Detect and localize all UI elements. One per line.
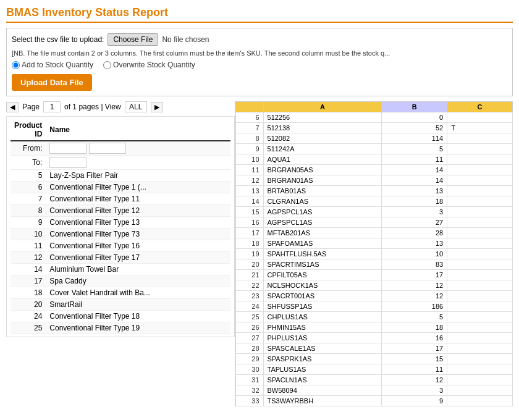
spreadsheet-cell-b: 18 (382, 196, 447, 207)
spreadsheet-row-num: 21 (236, 270, 264, 280)
spreadsheet-cell-b: 27 (382, 217, 447, 228)
spreadsheet-cell-c (447, 333, 513, 343)
spreadsheet-row-num: 27 (236, 333, 264, 343)
upload-section: Select the csv file to upload: Choose Fi… (6, 28, 513, 96)
spreadsheet-row-num: 32 (236, 385, 264, 396)
spreadsheet-row: 26 PHMIN15AS 18 (236, 322, 513, 333)
product-id-cell: 25 (11, 322, 46, 334)
product-table-row: 14 Aluminium Towel Bar (11, 264, 230, 275)
from-id-input[interactable] (49, 143, 86, 154)
upload-data-file-button[interactable]: Upload Data File (12, 74, 92, 91)
from-label: From: (23, 144, 42, 153)
product-table-row: 17 Spa Caddy (11, 275, 230, 287)
spreadsheet-row: 33 TS3WAYRBBH 9 (236, 396, 513, 406)
product-id-cell: 12 (11, 252, 46, 264)
product-name-cell: Spa Caddy (46, 275, 230, 287)
spreadsheet-row-num: 10 (236, 154, 264, 165)
spreadsheet-row: 8 512082 114 (236, 133, 513, 144)
spreadsheet-cell-b: 18 (382, 322, 447, 333)
page-number-input[interactable] (43, 101, 61, 112)
spreadsheet-cell-c (447, 270, 513, 280)
spreadsheet-table: A B C 6 512256 0 7 512138 52 T 8 512082 … (235, 101, 513, 406)
spreadsheet-cell-c (447, 291, 513, 301)
radio-add-stock-input[interactable] (12, 61, 20, 69)
to-id-input[interactable] (49, 157, 86, 168)
spreadsheet-cell-b: 5 (382, 144, 447, 154)
spreadsheet-cell-a: SHFUSSP1AS (263, 301, 382, 312)
product-id-cell: 20 (11, 299, 46, 311)
spreadsheet-cell-b: 3 (382, 207, 447, 217)
spreadsheet-row-num: 22 (236, 280, 264, 291)
spreadsheet-cell-b: 13 (382, 186, 447, 196)
spreadsheet-cell-b: 17 (382, 343, 447, 354)
product-name-cell: Conventional Filter Type 19 (46, 322, 230, 334)
spreadsheet-cell-c (447, 144, 513, 154)
spreadsheet-row-num: 8 (236, 133, 264, 144)
product-table-row: 18 Cover Valet Handrail with Ba... (11, 287, 230, 299)
note-text: [NB. The file must contain 2 or 3 column… (12, 49, 507, 57)
spreadsheet-row-num: 20 (236, 259, 264, 270)
spreadsheet-cell-a: SPASCALE1AS (263, 343, 382, 354)
product-table-row: 5 Lay-Z-Spa Filter Pair (11, 170, 230, 182)
pagination-prev-button[interactable]: ◀ (6, 102, 19, 112)
spreadsheet-row-num: 14 (236, 196, 264, 207)
spreadsheet-cell-b: 10 (382, 249, 447, 259)
spreadsheet-cell-a: SPACRT001AS (263, 291, 382, 301)
product-id-cell: 24 (11, 311, 46, 322)
spreadsheet-cell-c (447, 249, 513, 259)
product-name-cell: Conventional Filter Type 11 (46, 193, 230, 205)
from-name-input[interactable] (89, 143, 126, 154)
spreadsheet-cell-a: AGPSPCL1AS (263, 207, 382, 217)
product-table-row: 11 Conventional Filter Type 16 (11, 240, 230, 252)
spreadsheet-row-num: 9 (236, 144, 264, 154)
product-table: Product ID Name From: (11, 119, 230, 334)
spreadsheet-col-header-c: C (447, 102, 513, 112)
spreadsheet-cell-c (447, 186, 513, 196)
pagination-next-button[interactable]: ▶ (151, 102, 163, 112)
spreadsheet-cell-a: 511242A (263, 144, 382, 154)
product-table-row: 6 Conventional Filter Type 1 (... (11, 182, 230, 193)
product-name-cell: Aluminium Towel Bar (46, 264, 230, 275)
spreadsheet-row: 6 512256 0 (236, 112, 513, 123)
spreadsheet-row: 19 SPAHTFLUSH.5AS 10 (236, 249, 513, 259)
spreadsheet-cell-a: TAPLUS1AS (263, 364, 382, 375)
spreadsheet-row: 15 AGPSPCL1AS 3 (236, 207, 513, 217)
spreadsheet-row: 24 SHFUSSP1AS 186 (236, 301, 513, 312)
spreadsheet-cell-a: CHPLUS1AS (263, 312, 382, 322)
spreadsheet-cell-c (447, 238, 513, 249)
spreadsheet-cell-b: 0 (382, 112, 447, 123)
spreadsheet-cell-b: 114 (382, 133, 447, 144)
product-id-cell: 10 (11, 229, 46, 240)
product-table-row: 25 Conventional Filter Type 19 (11, 322, 230, 334)
choose-file-button[interactable]: Choose File (108, 33, 158, 46)
spreadsheet-cell-a: AGPSPCL1AS (263, 217, 382, 228)
spreadsheet-cell-a: SPACLN1AS (263, 375, 382, 385)
spreadsheet-row: 20 SPACRTIMS1AS 83 (236, 259, 513, 270)
main-content-area: ◀ Page of 1 pages | View ▶ Product ID Na… (6, 101, 513, 406)
spreadsheet-row-num: 17 (236, 228, 264, 238)
product-name-cell: Conventional Filter Type 17 (46, 252, 230, 264)
spreadsheet-cell-b: 5 (382, 312, 447, 322)
spreadsheet-cell-b: 52 (382, 123, 447, 133)
spreadsheet-cell-c (447, 322, 513, 333)
spreadsheet-cell-a: BRTAB01AS (263, 186, 382, 196)
product-name-cell: Conventional Filter Type 73 (46, 229, 230, 240)
spreadsheet-cell-a: SPASPRK1AS (263, 354, 382, 364)
spreadsheet-cell-b: 14 (382, 165, 447, 175)
spreadsheet-cell-c (447, 385, 513, 396)
view-all-input[interactable] (125, 101, 147, 112)
spreadsheet-cell-a: SPAFOAM1AS (263, 238, 382, 249)
radio-overwrite-stock[interactable]: Overwrite Stock Quantity (103, 61, 195, 69)
filter-section: Product ID Name From: (6, 116, 235, 337)
spreadsheet-cell-c (447, 312, 513, 322)
spreadsheet-row: 17 MFTAB201AS 28 (236, 228, 513, 238)
spreadsheet-cell-b: 14 (382, 175, 447, 186)
page-title: BMAS Inventory Status Report (6, 6, 513, 23)
spreadsheet-row: 18 SPAFOAM1AS 13 (236, 238, 513, 249)
radio-add-stock[interactable]: Add to Stock Quantity (12, 61, 93, 69)
spreadsheet-cell-b: 11 (382, 364, 447, 375)
spreadsheet-cell-c (447, 396, 513, 406)
spreadsheet-cell-c (447, 217, 513, 228)
spreadsheet-cell-c (447, 154, 513, 165)
radio-overwrite-stock-input[interactable] (103, 61, 111, 69)
